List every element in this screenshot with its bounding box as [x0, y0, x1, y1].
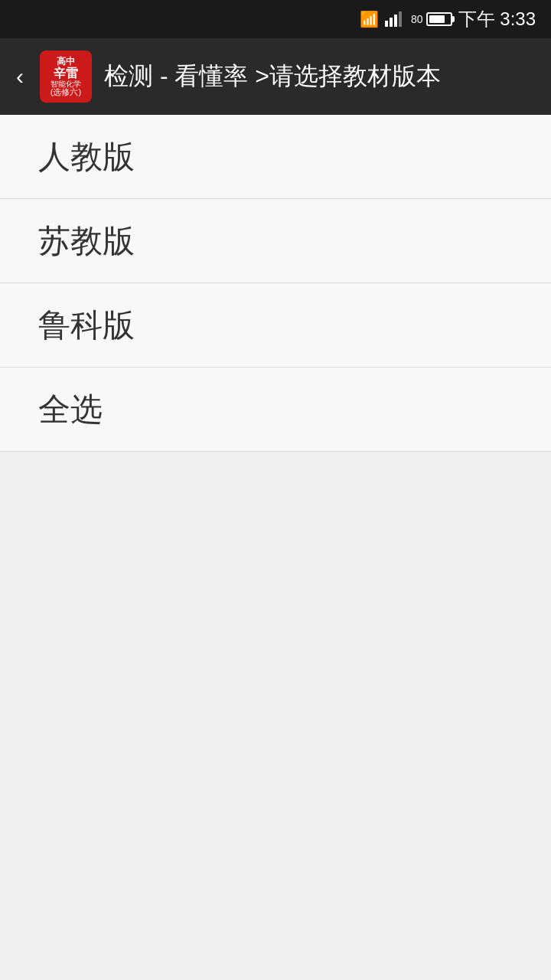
list-item[interactable]: 人教版 [0, 115, 551, 199]
app-icon: 高中 辛雷 智能化学 (选修六) [40, 51, 92, 103]
wifi-icon: 📶 [360, 10, 379, 28]
battery-text: 80 [411, 13, 423, 25]
list-item-label: 人教版 [38, 136, 135, 178]
list-item[interactable]: 苏教版 [0, 199, 551, 283]
app-icon-top-text: 高中 [57, 57, 75, 66]
svg-rect-2 [394, 15, 397, 27]
battery-indicator: 80 [408, 12, 452, 26]
back-button[interactable]: ‹ [12, 60, 28, 93]
svg-rect-0 [385, 21, 388, 27]
svg-rect-1 [390, 18, 393, 27]
navigation-bar: ‹ 高中 辛雷 智能化学 (选修六) 检测 - 看懂率 >请选择教材版本 [0, 38, 551, 115]
status-bar: 📶 80 下午 3:33 [0, 0, 551, 38]
list-item-label: 全选 [38, 388, 103, 431]
nav-title: 检测 - 看懂率 >请选择教材版本 [104, 60, 539, 93]
battery-fill [429, 15, 445, 23]
list-item-label: 苏教版 [38, 220, 135, 263]
empty-area [0, 452, 551, 911]
status-icons: 📶 80 下午 3:33 [360, 7, 536, 31]
list-item[interactable]: 全选 [0, 368, 551, 452]
signal-icon [385, 11, 402, 27]
battery-icon [426, 12, 452, 26]
menu-list: 人教版 苏教版 鲁科版 全选 [0, 115, 551, 452]
list-item[interactable]: 鲁科版 [0, 283, 551, 368]
app-icon-bottom-text: (选修六) [51, 88, 81, 96]
app-icon-main-text: 辛雷 [54, 66, 78, 80]
status-time: 下午 3:33 [458, 7, 536, 31]
list-item-label: 鲁科版 [38, 304, 135, 347]
svg-rect-3 [399, 11, 402, 27]
